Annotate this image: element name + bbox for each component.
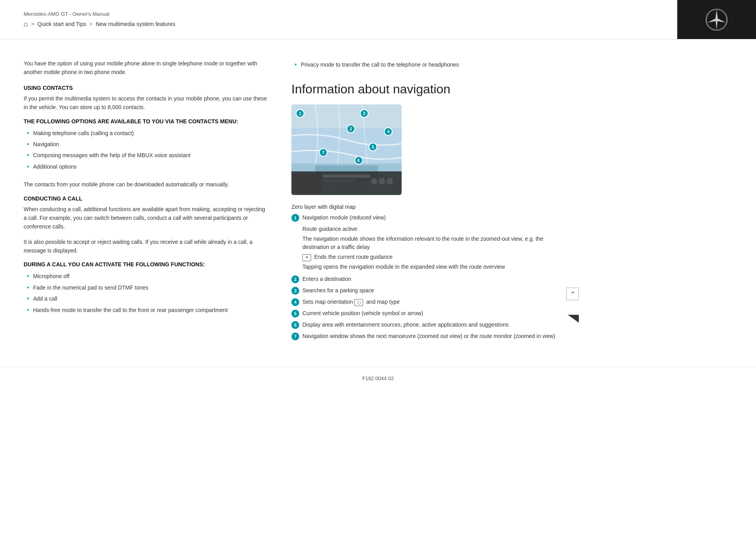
intro-paragraph: You have the option of using your mobile…	[24, 59, 268, 77]
list-item: Composing messages with the help of the …	[24, 150, 268, 161]
nav-item-6: 6 Display area with entertainment source…	[291, 321, 559, 329]
home-icon[interactable]: ⌂	[24, 20, 28, 28]
nav-item-2: 2 Enters a destination	[291, 275, 559, 283]
right-column: Privacy mode to transfer the call to the…	[291, 59, 559, 344]
list-item: Fade in the numerical pad to send DTMF t…	[24, 282, 268, 293]
nav-num-2: 2	[291, 275, 299, 283]
map-marker-6: 6	[354, 156, 363, 165]
nav-num-7: 7	[291, 333, 299, 340]
conducting-call-heading: CONDUCTING A CALL	[24, 195, 268, 202]
nav-num-1: 1	[291, 214, 299, 222]
during-call-heading: DURING A CALL YOU CAN ACTIVATE THE FOLLO…	[24, 261, 268, 268]
privacy-mode-list: Privacy mode to transfer the call to the…	[291, 59, 559, 70]
map-marker-3: 3	[360, 109, 369, 118]
nav-item-1: 1 Navigation module (reduced view)	[291, 214, 559, 222]
left-column: You have the option of using your mobile…	[24, 59, 268, 344]
map-marker-1: 1	[296, 109, 304, 118]
list-item: Microphone off	[24, 271, 268, 282]
nav-item-3: 3 Searches for a parking space	[291, 286, 559, 295]
nav-text-4: Sets map orientation ▢ and map type	[302, 298, 400, 306]
svg-point-13	[371, 178, 377, 184]
map-orientation-icon: ▢	[354, 299, 363, 306]
map-marker-7: 7	[319, 148, 328, 157]
chevron-up-icon: ⌃	[570, 290, 575, 298]
zero-layer-text: Zero layer with digital map	[291, 203, 559, 211]
contacts-menu-heading: THE FOLLOWING OPTIONS ARE AVAILABLE TO Y…	[24, 118, 268, 124]
page-header: Mercedes-AMG GT - Owner's Manual ⌂ > Qui…	[0, 0, 756, 39]
corner-decoration	[568, 315, 579, 323]
scroll-up-button[interactable]: ⌃	[566, 288, 579, 300]
list-item: Making telephone calls (calling a contac…	[24, 128, 268, 139]
svg-point-2	[715, 19, 718, 21]
mercedes-logo	[705, 8, 728, 32]
list-item: Add a call	[24, 293, 268, 304]
nav-text-5: Current vehicle position (vehicle symbol…	[302, 309, 423, 318]
nav-text-1: Navigation module (reduced view)	[302, 214, 386, 222]
breadcrumb-sep-2: >	[89, 21, 93, 27]
contacts-download-text: The contacts from your mobile phone can …	[24, 180, 268, 189]
list-item: Navigation	[24, 139, 268, 150]
svg-rect-8	[293, 173, 321, 193]
footer-code: F192 0044 02	[362, 375, 394, 381]
route-end-icon: ⨯	[302, 254, 311, 261]
map-marker-5: 5	[369, 143, 377, 151]
list-item: Hands-free mode to transfer the call to …	[24, 305, 268, 316]
svg-rect-4	[291, 104, 402, 128]
breadcrumb-step-2[interactable]: New multimedia system features	[96, 21, 175, 27]
document-title: Mercedes-AMG GT - Owner's Manual	[24, 11, 654, 17]
nav-num-3: 3	[291, 287, 299, 295]
svg-rect-9	[323, 175, 370, 178]
nav-text-2: Enters a destination	[302, 275, 351, 283]
header-content: Mercedes-AMG GT - Owner's Manual ⌂ > Qui…	[0, 0, 677, 39]
nav-info-heading: Information about navigation	[291, 82, 559, 97]
conducting-call-text: When conducting a call, additional funct…	[24, 205, 268, 231]
main-content: You have the option of using your mobile…	[0, 39, 756, 359]
breadcrumb-sep-1: >	[31, 21, 34, 27]
nav-item-4: 4 Sets map orientation ▢ and map type	[291, 298, 559, 306]
nav-indent-1c: ⨯ Ends the current route guidance	[291, 253, 559, 261]
nav-indent-1a: Route guidance active:	[291, 225, 559, 233]
nav-num-5: 5	[291, 310, 299, 318]
navigation-map: 1 2 3 4 5 6 7	[291, 104, 402, 195]
svg-point-11	[379, 178, 385, 184]
conducting-call-text2: It is also possible to accept or reject …	[24, 238, 268, 255]
map-marker-4: 4	[384, 127, 393, 136]
nav-text-3: Searches for a parking space	[302, 286, 374, 295]
contacts-menu-list: Making telephone calls (calling a contac…	[24, 128, 268, 173]
nav-num-4: 4	[291, 298, 299, 306]
breadcrumb-step-1[interactable]: Quick start and Tips	[37, 21, 86, 27]
breadcrumb: ⌂ > Quick start and Tips > New multimedi…	[24, 20, 654, 28]
nav-text-7: Navigation window shows the next manoeuv…	[302, 332, 555, 340]
svg-rect-10	[323, 179, 354, 182]
during-call-list: Microphone off Fade in the numerical pad…	[24, 271, 268, 316]
svg-point-12	[387, 178, 393, 184]
logo-area	[677, 0, 756, 39]
using-contacts-heading: USING CONTACTS	[24, 85, 268, 91]
page-footer: F192 0044 02	[0, 367, 756, 389]
list-item: Additional options	[24, 161, 268, 172]
using-contacts-text: If you permit the multimedia system to a…	[24, 94, 268, 112]
nav-indent-1d: Tapping opens the navigation module in t…	[291, 263, 559, 271]
map-roads	[291, 104, 402, 195]
nav-item-7: 7 Navigation window shows the next manoe…	[291, 332, 559, 340]
nav-indent-1b: The navigation module shows the informat…	[291, 235, 559, 251]
nav-text-6: Display area with entertainment sources,…	[302, 321, 509, 329]
nav-num-6: 6	[291, 321, 299, 329]
nav-descriptions: Zero layer with digital map 1 Navigation…	[291, 203, 559, 340]
nav-item-5: 5 Current vehicle position (vehicle symb…	[291, 309, 559, 318]
map-marker-2: 2	[346, 124, 355, 133]
page-corner-icon	[568, 315, 579, 324]
list-item: Privacy mode to transfer the call to the…	[291, 59, 559, 70]
